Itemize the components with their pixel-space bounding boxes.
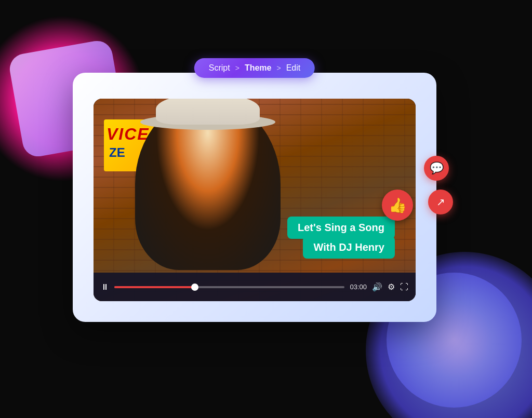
progress-bar[interactable] [114, 286, 344, 288]
time-display: 03:00 [350, 283, 367, 291]
main-card: Script > Theme > Edit VICE ZE 👍 Let's Si… [73, 73, 436, 322]
hat [156, 99, 260, 125]
pause-icon: ⏸ [101, 282, 109, 292]
breadcrumb-theme[interactable]: Theme [245, 63, 272, 73]
progress-fill [114, 286, 195, 288]
share-fab[interactable]: ↗ [428, 190, 453, 214]
video-controls-bar: ⏸ 03:00 🔊 ⚙ ⛶ [94, 273, 416, 301]
thumbs-up-badge: 👍 [382, 190, 413, 221]
comment-icon: 💬 [430, 161, 444, 175]
sign-text-vice: VICE [107, 125, 150, 144]
volume-button[interactable]: 🔊 [372, 282, 382, 292]
breadcrumb-sep-2: > [276, 64, 281, 72]
right-controls: 🔊 ⚙ ⛶ [372, 282, 408, 292]
settings-button[interactable]: ⚙ [388, 282, 395, 292]
fullscreen-button[interactable]: ⛶ [400, 282, 408, 292]
breadcrumb-nav: Script > Theme > Edit [194, 58, 315, 78]
video-player[interactable]: VICE ZE 👍 Let's Sing a Song With DJ Henr… [94, 99, 416, 301]
progress-thumb[interactable] [191, 284, 198, 291]
share-icon: ↗ [436, 196, 445, 208]
breadcrumb-script[interactable]: Script [209, 63, 230, 73]
pause-button[interactable]: ⏸ [101, 282, 109, 292]
comment-fab[interactable]: 💬 [424, 156, 449, 181]
subtitle-line-2: With DJ Henry [303, 236, 395, 259]
thumbs-up-icon: 👍 [389, 197, 407, 214]
sign-text-ze: ZE [109, 145, 125, 160]
breadcrumb-edit[interactable]: Edit [286, 63, 301, 73]
subtitle-line-1: Let's Sing a Song [287, 217, 395, 239]
breadcrumb-sep-1: > [235, 64, 240, 72]
